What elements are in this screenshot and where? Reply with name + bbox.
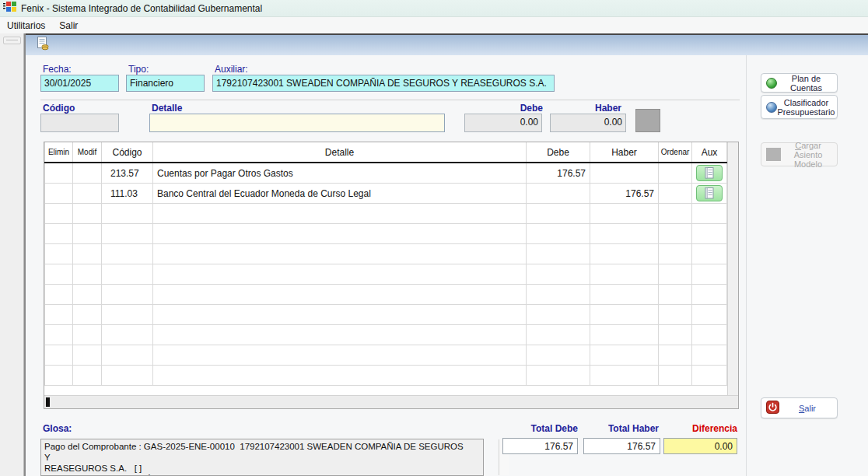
plan-de-cuentas-button[interactable]: Plan de Cuentas	[761, 73, 838, 93]
total-haber-label: Total Haber	[589, 423, 659, 434]
empty-row	[45, 305, 727, 325]
col-modif: Modif	[73, 142, 102, 163]
journal-grid[interactable]: Elimin Modif Código Detalle Debe Haber O…	[44, 142, 739, 409]
cell-haber	[590, 163, 659, 184]
grid-header-row: Elimin Modif Código Detalle Debe Haber O…	[45, 142, 727, 163]
cell-elimin[interactable]	[45, 184, 73, 204]
empty-row	[45, 264, 727, 285]
fecha-label: Fecha:	[43, 64, 72, 75]
form-content: Fecha: 30/01/2025 Tipo: Financiero Auxil…	[26, 55, 868, 476]
total-haber-field: 176.57	[583, 438, 660, 454]
salir-button-label: Salir	[779, 402, 837, 415]
app-window: Fenix - Sistema Integrado de Contabilida…	[0, 0, 868, 476]
plan-de-cuentas-label: Plan de Cuentas	[777, 72, 837, 94]
journal-table: Elimin Modif Código Detalle Debe Haber O…	[44, 142, 727, 386]
col-elimin: Elimin	[45, 142, 73, 163]
clasificador-presupuestario-button[interactable]: Clasificador Presupuestario	[761, 95, 838, 119]
cell-aux	[692, 184, 727, 204]
cell-detalle: Banco Central del Ecuador Moneda de Curs…	[153, 184, 527, 204]
panel-divider	[746, 55, 747, 476]
app-windows-logo-icon	[3, 1, 16, 16]
green-sphere-icon	[766, 78, 777, 89]
codigo-entry-field[interactable]	[40, 114, 119, 132]
fecha-field[interactable]: 30/01/2025	[40, 75, 119, 92]
save-voucher-button[interactable]	[33, 37, 52, 54]
toolbar	[26, 35, 868, 55]
col-debe: Debe	[527, 142, 590, 163]
cargar-asiento-modelo-label: Cargar Asiento Modelo	[781, 139, 837, 170]
cell-detalle: Cuentas por Pagar Otros Gastos	[153, 163, 527, 184]
notepad-icon	[705, 187, 714, 199]
blue-sphere-icon	[766, 102, 777, 113]
haber-entry-label: Haber	[583, 103, 621, 114]
aux-button[interactable]	[696, 185, 723, 201]
detalle-entry-label: Detalle	[152, 103, 182, 114]
debe-entry-field[interactable]: 0.00	[464, 114, 542, 132]
cell-haber: 176.57	[590, 184, 659, 204]
aux-button[interactable]	[696, 165, 723, 181]
salir-button[interactable]: Salir	[761, 397, 838, 418]
col-detalle: Detalle	[153, 142, 527, 163]
tipo-field[interactable]: Financiero	[126, 75, 205, 92]
empty-row	[45, 204, 727, 224]
cell-debe	[527, 184, 590, 204]
titlebar: Fenix - Sistema Integrado de Contabilida…	[0, 0, 868, 17]
menu-utilitarios[interactable]: Utilitarios	[0, 18, 52, 33]
add-line-button[interactable]	[635, 109, 660, 132]
grid-hscroll-thumb[interactable]	[46, 397, 50, 407]
menu-salir[interactable]: Salir	[52, 18, 85, 33]
diferencia-field: 0.00	[663, 438, 737, 454]
separator-line	[40, 100, 740, 100]
gray-square-icon	[766, 148, 781, 161]
col-codigo: Código	[102, 142, 153, 163]
cell-ordenar	[659, 184, 692, 204]
menubar: Utilitarios Salir	[0, 17, 868, 33]
cell-codigo: 111.03	[102, 184, 153, 204]
debe-entry-label: Debe	[504, 103, 543, 114]
detalle-entry-field[interactable]	[149, 114, 445, 132]
total-debe-label: Total Debe	[508, 423, 578, 434]
tipo-label: Tipo:	[128, 64, 149, 75]
cell-ordenar	[659, 163, 692, 184]
total-debe-field: 176.57	[502, 438, 578, 454]
window-title: Fenix - Sistema Integrado de Contabilida…	[21, 3, 262, 14]
grid-vertical-scrollbar[interactable]	[727, 142, 738, 395]
auxiliar-field[interactable]: 1792107423001 SWEADEN COMPAÑIA DE SEGURO…	[212, 75, 555, 92]
grid-horizontal-scrollbar[interactable]	[44, 395, 738, 408]
mdi-left-strip	[0, 33, 24, 476]
empty-row	[45, 244, 727, 264]
cell-aux	[692, 163, 727, 184]
col-ordenar: Ordenar	[659, 142, 692, 163]
empty-row	[45, 366, 727, 386]
cell-debe: 176.57	[527, 163, 590, 184]
cell-modif[interactable]	[73, 163, 102, 184]
notepad-icon	[705, 167, 714, 179]
table-row[interactable]: 213.57 Cuentas por Pagar Otros Gastos 17…	[45, 163, 727, 184]
col-aux: Aux	[692, 142, 727, 163]
glosa-label: Glosa:	[43, 423, 72, 434]
power-icon	[766, 401, 779, 415]
empty-row	[45, 345, 727, 366]
glosa-textarea[interactable]: Pago del Comprobante : GAS-2025-ENE-0001…	[40, 439, 484, 476]
haber-entry-field[interactable]: 0.00	[550, 114, 626, 132]
clasificador-presupuestario-label: Clasificador Presupuestario	[777, 96, 837, 118]
cell-modif[interactable]	[73, 184, 102, 204]
diferencia-label: Diferencia	[667, 423, 737, 434]
cargar-asiento-modelo-button[interactable]: Cargar Asiento Modelo	[761, 142, 838, 166]
document-coins-icon	[35, 36, 51, 54]
auxiliar-label: Auxiliar:	[215, 64, 248, 75]
empty-row	[45, 224, 727, 244]
cell-codigo: 213.57	[102, 163, 153, 184]
empty-row	[45, 325, 727, 345]
col-haber: Haber	[590, 142, 659, 163]
empty-row	[45, 285, 727, 305]
codigo-entry-label: Código	[43, 103, 75, 114]
cell-elimin[interactable]	[45, 163, 73, 184]
mdi-grip-handle[interactable]	[3, 37, 21, 44]
table-row[interactable]: 111.03 Banco Central del Ecuador Moneda …	[45, 184, 727, 204]
